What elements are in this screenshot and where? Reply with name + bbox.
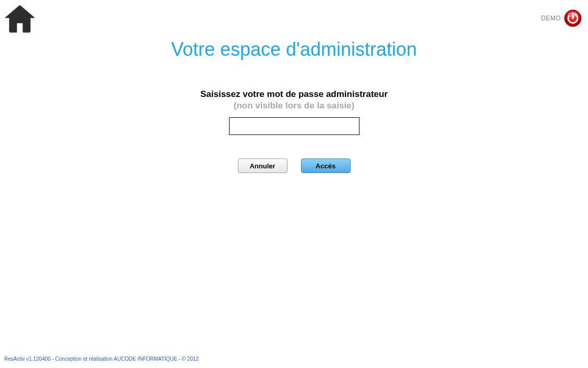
password-hint: (non visible lors de la saisie): [0, 101, 588, 111]
password-prompt: Saisissez votre mot de passe administrat…: [0, 89, 588, 100]
demo-label: DEMO: [541, 15, 561, 22]
password-wrapper: [0, 117, 588, 135]
access-button[interactable]: Accés: [301, 158, 351, 173]
home-icon[interactable]: [3, 3, 37, 34]
cancel-button[interactable]: Annuler: [238, 158, 287, 173]
power-icon[interactable]: [564, 9, 582, 27]
main-content: Votre espace d'administration Saisissez …: [0, 0, 588, 173]
top-right-controls: DEMO: [541, 9, 582, 27]
page-title: Votre espace d'administration: [0, 39, 588, 60]
footer-text: ResActiv v1.120400 - Conception et réali…: [4, 356, 199, 362]
password-input[interactable]: [229, 117, 359, 135]
button-row: Annuler Accés: [0, 158, 588, 173]
